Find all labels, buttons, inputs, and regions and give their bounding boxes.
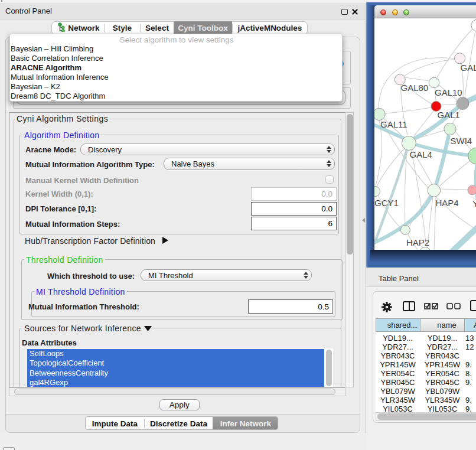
svg-text:GAL11: GAL11 bbox=[380, 119, 407, 129]
svg-text:Y: Y bbox=[472, 198, 476, 208]
svg-text:HAP4: HAP4 bbox=[436, 198, 459, 208]
svg-text:GAL80: GAL80 bbox=[401, 83, 429, 93]
svg-text:GCY1: GCY1 bbox=[374, 198, 399, 208]
svg-text:GAL4: GAL4 bbox=[410, 149, 432, 159]
svg-text:SWI4: SWI4 bbox=[451, 136, 472, 146]
svg-text:HAP2: HAP2 bbox=[406, 237, 429, 247]
svg-text:GAL10: GAL10 bbox=[435, 87, 462, 97]
svg-text:GAL7: GAL7 bbox=[461, 63, 476, 73]
svg-text:GAL1: GAL1 bbox=[438, 110, 460, 120]
